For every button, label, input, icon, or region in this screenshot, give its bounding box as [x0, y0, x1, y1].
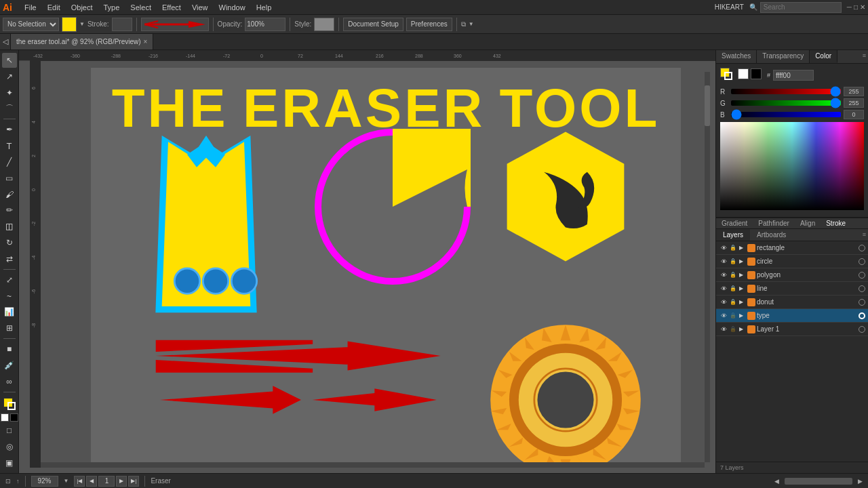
- mirror-tool[interactable]: ⇄: [2, 251, 17, 266]
- status-arrow-right[interactable]: ▶: [858, 478, 863, 485]
- style-swatch[interactable]: [314, 18, 334, 31]
- menu-object[interactable]: Object: [66, 2, 98, 13]
- last-page-btn[interactable]: ▶|: [128, 476, 139, 487]
- draw-mode-btn[interactable]: ◎: [2, 439, 17, 454]
- layer-item-line[interactable]: 👁 🔒 ▶ line: [716, 282, 868, 296]
- tab-color[interactable]: Color: [810, 50, 837, 63]
- prev-page-btn[interactable]: ◀: [86, 476, 97, 487]
- rect-tool[interactable]: ▭: [2, 171, 17, 186]
- document-tab[interactable]: the eraser tool.ai* @ 92% (RGB/Preview) …: [11, 34, 153, 49]
- black-swatch[interactable]: [10, 413, 18, 422]
- opacity-input[interactable]: [245, 18, 285, 31]
- menu-effect[interactable]: Effect: [157, 2, 186, 13]
- canvas-area[interactable]: 6 4 2 0 -2 -4 -6 -8 THE ERASER TOOL: [30, 61, 710, 468]
- pen-tool[interactable]: ✒: [2, 122, 17, 137]
- rotate-tool[interactable]: ↻: [2, 235, 17, 250]
- horizontal-scrollbar[interactable]: [41, 462, 705, 468]
- visibility-icon-rectangle[interactable]: 👁: [719, 243, 728, 253]
- target-icon-donut[interactable]: [859, 299, 865, 306]
- black-color-swatch[interactable]: [751, 68, 762, 79]
- target-icon-line[interactable]: [859, 285, 865, 292]
- panel-menu-icon[interactable]: ≡: [861, 50, 868, 63]
- white-color-swatch[interactable]: [738, 68, 749, 79]
- vertical-scrollbar[interactable]: [705, 72, 710, 462]
- search-icon[interactable]: 🔍: [749, 3, 757, 11]
- layers-panel-menu[interactable]: ≡: [861, 229, 868, 241]
- visibility-icon-line[interactable]: 👁: [719, 284, 728, 293]
- tab-swatches[interactable]: Swatches: [716, 50, 757, 63]
- expand-icon-donut[interactable]: ▶: [739, 299, 746, 305]
- zoom-level-input[interactable]: [31, 476, 58, 487]
- line-tool[interactable]: ╱: [2, 155, 17, 169]
- menu-edit[interactable]: Edit: [42, 2, 66, 13]
- g-input[interactable]: 255: [844, 98, 864, 108]
- panel-toggle-left[interactable]: ◁: [0, 34, 11, 49]
- scrollbar-bottom[interactable]: [785, 478, 852, 485]
- menu-help[interactable]: Help: [251, 2, 277, 13]
- stroke-tab-active[interactable]: Stroke: [821, 218, 851, 228]
- expand-icon-circle[interactable]: ▶: [739, 258, 746, 264]
- layers-tab-btn[interactable]: Layers: [716, 229, 750, 241]
- lock-icon-type[interactable]: 🔒: [730, 312, 738, 319]
- search-input[interactable]: [760, 2, 842, 13]
- magic-wand-tool[interactable]: ✦: [2, 85, 17, 100]
- select-tool[interactable]: ↖: [2, 53, 17, 68]
- stroke-color-mini[interactable]: [724, 72, 732, 80]
- gradient-tab[interactable]: Gradient: [716, 218, 753, 228]
- normal-mode-btn[interactable]: □: [2, 423, 17, 438]
- graph-tool[interactable]: 📊: [2, 304, 17, 319]
- fill-arrow[interactable]: ▼: [79, 21, 85, 27]
- lock-icon-circle[interactable]: 🔒: [730, 258, 738, 264]
- paintbrush-tool[interactable]: 🖌: [2, 187, 17, 202]
- preferences-button[interactable]: Preferences: [406, 18, 452, 31]
- hex-color-input[interactable]: [773, 70, 814, 81]
- page-input[interactable]: [98, 476, 115, 487]
- layer-item-polygon[interactable]: 👁 🔒 ▶ polygon: [716, 268, 868, 282]
- close-btn[interactable]: ✕: [860, 3, 865, 11]
- maximize-btn[interactable]: □: [854, 3, 858, 11]
- expand-icon-layer1[interactable]: ▶: [739, 326, 746, 332]
- scale-tool[interactable]: ⤢: [2, 272, 17, 287]
- stroke-indicator[interactable]: [7, 402, 16, 410]
- visibility-icon-circle[interactable]: 👁: [719, 257, 728, 266]
- lock-icon-layer1[interactable]: 🔒: [730, 326, 738, 332]
- first-page-btn[interactable]: |◀: [74, 476, 85, 487]
- layer-item-circle[interactable]: 👁 🔒 ▶ circle: [716, 255, 868, 268]
- lock-icon-donut[interactable]: 🔒: [730, 299, 738, 305]
- target-icon-polygon[interactable]: [859, 272, 865, 279]
- eyedropper-tool[interactable]: 💉: [2, 358, 17, 373]
- artboards-tab-btn[interactable]: Artboards: [750, 229, 793, 241]
- align-tab[interactable]: Align: [795, 218, 821, 228]
- target-icon-circle[interactable]: [859, 258, 865, 265]
- lock-icon-polygon[interactable]: 🔒: [730, 272, 738, 278]
- menu-window[interactable]: Window: [214, 2, 251, 13]
- scrollbar-thumb-v[interactable]: [705, 85, 710, 126]
- layer-item-donut[interactable]: 👁 🔒 ▶ donut: [716, 296, 868, 309]
- lock-icon-rectangle[interactable]: 🔒: [730, 245, 738, 251]
- status-arrow-left[interactable]: ◀: [774, 478, 779, 485]
- lasso-tool[interactable]: ⌒: [2, 101, 17, 116]
- minimize-btn[interactable]: ─: [847, 3, 852, 11]
- document-setup-button[interactable]: Document Setup: [343, 18, 403, 31]
- r-slider[interactable]: [731, 89, 841, 94]
- blend-tool[interactable]: ∞: [2, 374, 17, 389]
- b-input[interactable]: 0: [844, 110, 864, 119]
- expand-icon-type[interactable]: ▶: [739, 312, 746, 319]
- color-spectrum[interactable]: [720, 122, 864, 210]
- expand-icon-line[interactable]: ▶: [739, 285, 746, 291]
- g-slider[interactable]: [731, 100, 841, 106]
- visibility-icon-donut[interactable]: 👁: [719, 298, 728, 307]
- visibility-icon-type[interactable]: 👁: [719, 311, 728, 321]
- r-input[interactable]: 255: [844, 87, 864, 96]
- eraser-tool[interactable]: ◫: [2, 219, 17, 234]
- expand-icon-polygon[interactable]: ▶: [739, 272, 746, 278]
- target-icon-rectangle[interactable]: [859, 245, 865, 251]
- menu-view[interactable]: View: [186, 2, 214, 13]
- tab-close-button[interactable]: ×: [144, 38, 148, 45]
- pencil-tool[interactable]: ✏: [2, 203, 17, 218]
- menu-file[interactable]: File: [19, 2, 42, 13]
- visibility-icon-layer1[interactable]: 👁: [719, 325, 728, 334]
- layer-item-type[interactable]: 👁 🔒 ▶ type: [716, 309, 868, 323]
- fill-color-swatch[interactable]: [62, 17, 77, 32]
- mesh-tool[interactable]: ⊞: [2, 321, 17, 336]
